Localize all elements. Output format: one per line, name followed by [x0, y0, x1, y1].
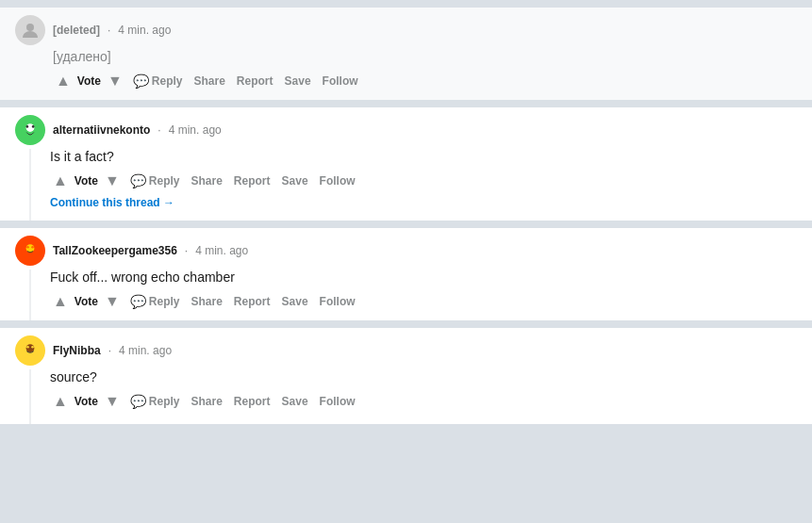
share-button-tall[interactable]: Share: [188, 291, 226, 312]
svg-point-8: [31, 246, 34, 249]
report-button-tall[interactable]: Report: [230, 291, 274, 312]
divider2: [0, 221, 812, 228]
downvote-button[interactable]: ▼: [105, 71, 125, 91]
svg-point-3: [26, 125, 29, 128]
comment-header-tall: TallZookeepergame356 · 4 min. ago: [15, 236, 797, 266]
vote-label-alt: Vote: [73, 174, 100, 188]
comment-body-alt: Is it a fact?: [50, 149, 797, 164]
comment-body-tall: Fuck off... wrong echo chamber: [50, 270, 797, 285]
username-alt: alternatiivnekonto: [53, 123, 150, 137]
vote-section: ▲ Vote ▼: [53, 71, 125, 91]
svg-point-11: [26, 346, 29, 349]
svg-point-4: [32, 125, 35, 128]
comment-wrapper-alt: alternatiivnekonto · 4 min. ago Is it a …: [0, 107, 812, 221]
vote-label-tall: Vote: [73, 295, 100, 308]
vote-section-tall: ▲ Vote ▼: [50, 291, 123, 312]
comment-body-fly: source?: [50, 369, 797, 384]
reply-button-alt[interactable]: 💬 Reply: [126, 170, 184, 192]
username-tall: TallZookeepergame356: [53, 244, 177, 257]
username-fly: FlyNibba: [53, 344, 101, 357]
downvote-button-fly[interactable]: ▼: [102, 391, 123, 412]
timestamp: 4 min. ago: [118, 24, 171, 37]
divider: [0, 100, 812, 107]
follow-button-fly[interactable]: Follow: [316, 391, 359, 412]
comment-actions-tall: ▲ Vote ▼ 💬 Reply Share Report: [50, 290, 797, 313]
reply-icon-fly: 💬: [130, 394, 146, 409]
timestamp-tall: 4 min. ago: [195, 244, 248, 257]
comment-header-alt: alternatiivnekonto · 4 min. ago: [15, 115, 797, 145]
reply-icon: 💬: [133, 74, 149, 89]
report-button-alt[interactable]: Report: [230, 171, 274, 191]
comment-header-fly: FlyNibba · 4 min. ago: [15, 335, 797, 366]
reply-button[interactable]: 💬 Reply: [129, 70, 187, 92]
avatar-tall: [15, 236, 45, 266]
vote-section-alt: ▲ Vote ▼: [50, 171, 123, 191]
follow-button-tall[interactable]: Follow: [316, 291, 359, 312]
vote-section-fly: ▲ Vote ▼: [50, 391, 123, 412]
comment-actions: ▲ Vote ▼ 💬 Reply Share Report Save: [15, 70, 797, 92]
upvote-button-fly[interactable]: ▲: [50, 391, 71, 412]
follow-button[interactable]: Follow: [319, 71, 362, 91]
svg-point-10: [26, 344, 35, 352]
reply-icon-alt: 💬: [130, 173, 146, 188]
avatar-fly: [15, 335, 45, 366]
downvote-button-tall[interactable]: ▼: [102, 291, 123, 312]
share-button-fly[interactable]: Share: [188, 391, 226, 412]
downvote-button-alt[interactable]: ▼: [102, 171, 123, 191]
follow-button-alt[interactable]: Follow: [316, 171, 359, 191]
timestamp-fly: 4 min. ago: [119, 344, 172, 357]
save-button-tall[interactable]: Save: [278, 291, 312, 312]
comment-header: [deleted] · 4 min. ago: [15, 15, 797, 45]
save-button-fly[interactable]: Save: [278, 391, 312, 412]
save-button-alt[interactable]: Save: [278, 171, 312, 191]
save-button[interactable]: Save: [281, 71, 315, 91]
reply-button-fly[interactable]: 💬 Reply: [126, 390, 184, 413]
comment-wrapper-tall: TallZookeepergame356 · 4 min. ago Fuck o…: [0, 228, 812, 320]
share-button[interactable]: Share: [191, 71, 229, 91]
upvote-button[interactable]: ▲: [53, 71, 74, 91]
report-button-fly[interactable]: Report: [230, 391, 274, 412]
reply-button-tall[interactable]: 💬 Reply: [126, 290, 184, 313]
comment-actions-alt: ▲ Vote ▼ 💬 Reply Share Report: [50, 170, 797, 192]
upvote-button-tall[interactable]: ▲: [50, 291, 71, 312]
svg-point-7: [26, 246, 29, 249]
report-button[interactable]: Report: [233, 71, 277, 91]
comment-deleted: [deleted] · 4 min. ago [удалено] ▲ Vote …: [0, 8, 812, 100]
avatar-alt: [15, 115, 45, 145]
comment-body: [удалено]: [15, 49, 797, 64]
vote-label: Vote: [75, 74, 103, 88]
comment-wrapper-fly: FlyNibba · 4 min. ago source? ▲ Vote ▼ 💬…: [0, 328, 812, 424]
page-wrapper: [deleted] · 4 min. ago [удалено] ▲ Vote …: [0, 0, 812, 439]
svg-point-0: [26, 24, 34, 31]
username: [deleted]: [53, 24, 100, 37]
comment-actions-fly: ▲ Vote ▼ 💬 Reply Share Report: [50, 390, 797, 413]
svg-point-12: [31, 346, 34, 349]
divider3: [0, 320, 812, 328]
timestamp-alt: 4 min. ago: [169, 123, 222, 137]
continue-thread-link[interactable]: Continue this thread →: [50, 192, 174, 213]
share-button-alt[interactable]: Share: [188, 171, 226, 191]
vote-label-fly: Vote: [73, 395, 100, 408]
comment-thread: [deleted] · 4 min. ago [удалено] ▲ Vote …: [0, 8, 812, 424]
avatar: [15, 15, 45, 45]
reply-icon-tall: 💬: [130, 294, 146, 309]
upvote-button-alt[interactable]: ▲: [50, 171, 71, 191]
